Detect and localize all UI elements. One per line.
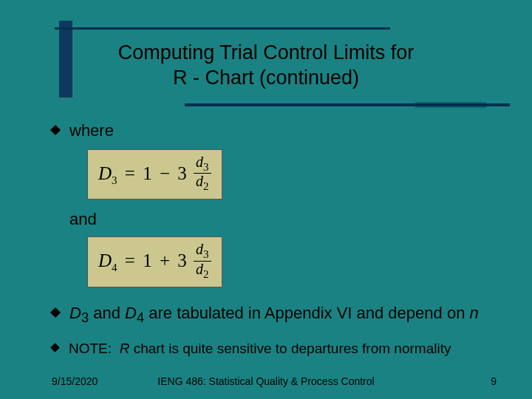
frac-den-var: d (196, 173, 203, 189)
frac-num-sub-2: 3 (203, 248, 209, 260)
inline-d3-var: D (69, 304, 81, 322)
formula-d4-var: D (98, 250, 112, 270)
title-line-2: R - Chart (continued) (173, 66, 359, 89)
formula-d4: D4 = 1 + 3 d3 d2 (87, 236, 222, 287)
frac-den-sub: 2 (203, 180, 209, 192)
formula-d4-sub: 4 (112, 262, 117, 273)
formula-equals: = (122, 163, 138, 183)
bullet-where-text: where (69, 120, 495, 142)
inline-d4-sub: 4 (137, 310, 144, 325)
frac-num-var-2: d (196, 241, 203, 257)
formula-d3: D3 = 1 − 3 d3 d2 (87, 149, 222, 200)
formula-d3-var: D (98, 163, 112, 183)
formula-three-2: 3 (177, 250, 187, 270)
formula-three: 3 (177, 163, 187, 183)
bullet-marker-icon (50, 307, 61, 318)
frac-den-sub-2: 2 (203, 268, 209, 280)
formula-plus: + (157, 250, 173, 270)
frac-den-var-2: d (196, 261, 203, 277)
accent-horizontal-top (55, 27, 390, 30)
inline-d3-sub: 3 (81, 310, 89, 325)
slide-title: Computing Trial Control Limits for R - C… (0, 41, 532, 91)
formula-one: 1 (143, 163, 152, 183)
inline-tab-text: are tabulated in Appendix VI and depend … (144, 304, 469, 322)
bullet-marker-icon (50, 343, 60, 352)
footer-course: IENG 486: Statistical Quality & Process … (0, 375, 532, 387)
bullet-note: NOTE: R chart is quite sensitive to depa… (52, 339, 495, 358)
formula-fraction-2: d3 d2 (194, 242, 211, 281)
bullet-marker-icon (50, 125, 61, 135)
title-line-1: Computing Trial Control Limits for (118, 41, 415, 64)
formula-equals-2: = (122, 250, 138, 270)
bullet-where: where (52, 120, 495, 142)
formula-d3-sub: 3 (112, 174, 117, 186)
frac-num-sub: 3 (203, 161, 209, 173)
formula-fraction: d3 d2 (194, 154, 211, 194)
frac-num-var: d (196, 154, 203, 170)
slide-footer: 9/15/2020 IENG 486: Statistical Quality … (0, 375, 532, 387)
inline-d4-var: D (125, 304, 137, 322)
inline-n: n (469, 304, 478, 322)
text-and: and (69, 210, 495, 229)
accent-horizontal-mid (185, 103, 510, 106)
bullet-note-text: NOTE: R chart is quite sensitive to depa… (69, 339, 495, 358)
slide-body: where D3 = 1 − 3 d3 d2 and D4 = 1 + 3 d3… (52, 120, 495, 362)
formula-minus: − (157, 163, 173, 183)
bullet-tabulated-text: D3 and D4 are tabulated in Appendix VI a… (69, 302, 495, 327)
bullet-tabulated: D3 and D4 are tabulated in Appendix VI a… (52, 302, 495, 327)
formula-one-2: 1 (143, 250, 152, 270)
inline-and: and (89, 304, 125, 322)
